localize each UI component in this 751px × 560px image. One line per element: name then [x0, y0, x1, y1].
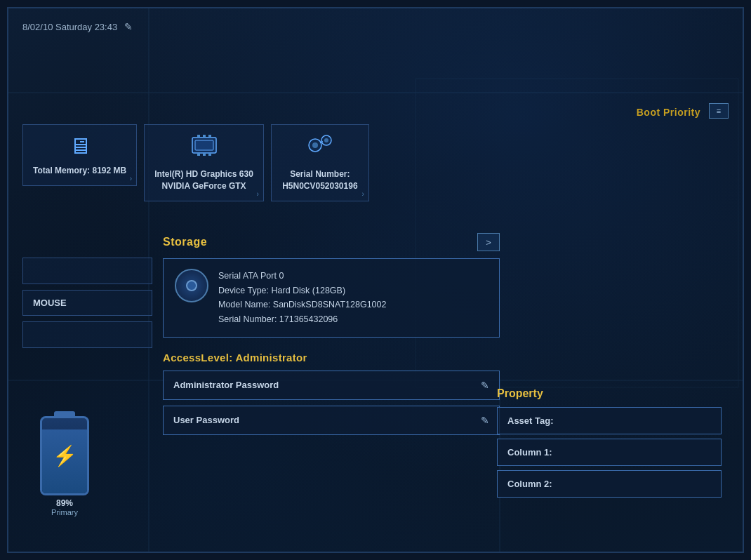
memory-text: Total Memory: 8192 MB: [33, 165, 126, 177]
svg-point-16: [324, 138, 328, 142]
property-panel: Property Asset Tag: Column 1: Column 2:: [497, 387, 722, 502]
admin-password-field[interactable]: Administrator Password ✎: [163, 371, 500, 400]
datetime-display: 8/02/10 Saturday 23:43: [22, 22, 117, 32]
user-password-field[interactable]: User Password ✎: [163, 406, 500, 435]
gpu-card-arrow: ›: [257, 190, 259, 198]
mouse-item[interactable]: MOUSE: [22, 290, 152, 316]
user-password-edit-icon: ✎: [481, 415, 489, 426]
storage-card: Serial ATA Port 0 Device Type: Hard Disk…: [163, 258, 500, 338]
svg-rect-10: [197, 135, 200, 138]
battery-body: ⚡: [40, 416, 89, 495]
serial-label: Serial Number:: [281, 168, 359, 180]
top-bar: 8/02/10 Saturday 23:43 ✎: [22, 21, 133, 32]
battery-bolt-icon: ⚡: [53, 444, 77, 467]
boot-priority-button[interactable]: ≡: [709, 103, 729, 119]
gpu-icon: [154, 133, 253, 163]
admin-password-edit-icon: ✎: [481, 380, 489, 391]
disk-icon-inner: [186, 280, 197, 291]
memory-icon: 🖥: [33, 133, 126, 159]
storage-model-name: Model Name: SanDiskSD8SNAT128G1002: [218, 298, 488, 312]
battery-percent: 89%: [56, 498, 73, 508]
svg-rect-8: [203, 153, 206, 156]
storage-title: Storage: [163, 236, 207, 248]
storage-nav-button[interactable]: >: [477, 233, 500, 251]
memory-card-arrow: ›: [130, 175, 132, 182]
user-password-label: User Password: [173, 415, 239, 425]
gpu-line2: NVIDIA GeForce GTX: [154, 180, 253, 192]
svg-rect-7: [197, 153, 200, 156]
svg-rect-9: [208, 153, 211, 156]
serial-card-arrow: ›: [362, 190, 364, 198]
serial-icon: [281, 133, 359, 163]
admin-password-label: Administrator Password: [173, 380, 279, 390]
storage-serial-number: Serial Number: 171365432096: [218, 312, 488, 327]
svg-rect-12: [208, 135, 211, 138]
access-section: AccessLevel: Administrator Administrator…: [163, 352, 500, 435]
battery-widget: ⚡ 89% Primary: [29, 411, 100, 516]
serial-value: H5N0CV052030196: [281, 180, 359, 192]
property-title: Property: [497, 387, 722, 400]
asset-tag-row[interactable]: Asset Tag:: [497, 407, 722, 434]
storage-device-type: Device Type: Hard Disk (128GB): [218, 284, 488, 298]
storage-section: Storage > Serial ATA Port 0 Device Type:…: [163, 233, 500, 338]
disk-icon: [175, 269, 208, 302]
column1-row[interactable]: Column 1:: [497, 439, 722, 466]
svg-rect-6: [195, 140, 213, 150]
gpu-card[interactable]: Intel(R) HD Graphics 630 NVIDIA GeForce …: [144, 124, 264, 201]
edit-datetime-icon[interactable]: ✎: [124, 21, 133, 32]
serial-card[interactable]: Serial Number: H5N0CV052030196 ›: [271, 124, 369, 201]
gpu-line1: Intel(R) HD Graphics 630: [154, 168, 253, 180]
column2-row[interactable]: Column 2:: [497, 470, 722, 498]
svg-point-14: [312, 142, 318, 148]
storage-port: Serial ATA Port 0: [218, 269, 488, 284]
access-level-label: AccessLevel: Administrator: [163, 352, 500, 364]
battery-label: Primary: [51, 508, 78, 516]
memory-card[interactable]: 🖥 Total Memory: 8192 MB ›: [22, 124, 137, 186]
mouse-label: MOUSE: [33, 298, 67, 308]
hardware-cards-row: 🖥 Total Memory: 8192 MB › Intel(R) HD Gr…: [22, 124, 729, 201]
boot-priority-label: Boot Priority: [637, 107, 700, 118]
storage-info: Serial ATA Port 0 Device Type: Hard Disk…: [218, 269, 488, 327]
storage-header: Storage >: [163, 233, 500, 251]
svg-rect-11: [203, 135, 206, 138]
